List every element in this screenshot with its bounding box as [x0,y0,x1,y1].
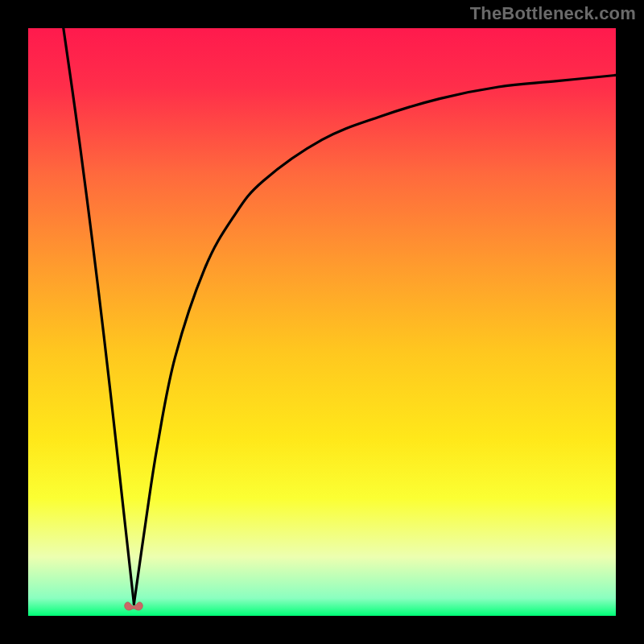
plot-area [28,28,616,616]
curve-left-branch [64,28,134,604]
watermark-text: TheBottleneck.com [470,3,636,24]
curve-layer [28,28,616,616]
curve-right-branch [134,75,616,604]
balanced-point-marker [123,596,144,612]
chart-frame: TheBottleneck.com [0,0,644,644]
